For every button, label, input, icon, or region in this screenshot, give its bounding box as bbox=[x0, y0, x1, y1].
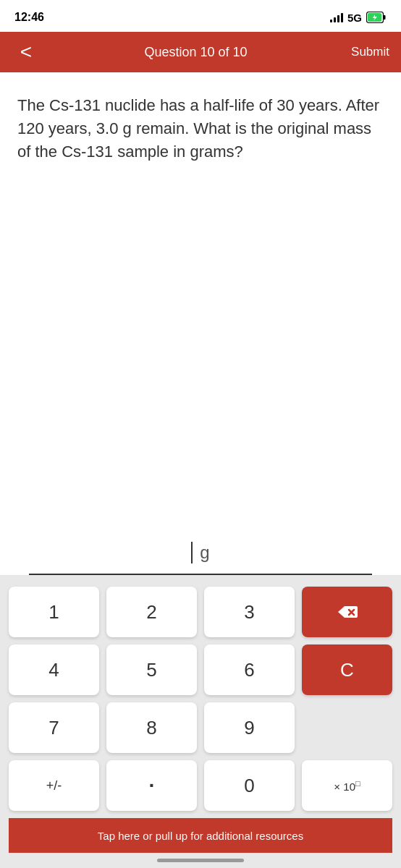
key-0[interactable]: 0 bbox=[204, 760, 295, 811]
key-clear[interactable]: C bbox=[302, 644, 392, 695]
question-text: The Cs-131 nuclide has a half-life of 30… bbox=[17, 94, 384, 163]
key-sign[interactable]: +/- bbox=[9, 760, 99, 811]
keypad: 1 2 3 4 5 6 C 7 8 9 bbox=[0, 575, 401, 868]
back-button[interactable]: < bbox=[12, 41, 41, 64]
key-exponent[interactable]: × 10□ bbox=[302, 760, 392, 811]
home-pill bbox=[157, 859, 244, 862]
submit-button[interactable]: Submit bbox=[351, 45, 389, 59]
answer-section: g 1 2 3 4 5 6 C 7 bbox=[0, 488, 401, 868]
key-3[interactable]: 3 bbox=[204, 587, 295, 637]
content-area: The Cs-131 nuclide has a half-life of 30… bbox=[0, 72, 401, 488]
cursor bbox=[191, 542, 193, 563]
bottom-banner-text: Tap here or pull up for additional resou… bbox=[98, 830, 303, 842]
input-display[interactable]: g bbox=[29, 532, 372, 575]
key-1[interactable]: 1 bbox=[9, 587, 99, 637]
signal-icon bbox=[330, 12, 343, 22]
nav-bar: < Question 10 of 10 Submit bbox=[0, 32, 401, 72]
keypad-grid: 1 2 3 4 5 6 C 7 8 9 bbox=[9, 587, 392, 811]
status-time: 12:46 bbox=[14, 11, 44, 24]
exponent-superscript: □ bbox=[355, 779, 360, 788]
key-8[interactable]: 8 bbox=[106, 702, 197, 753]
battery-icon bbox=[366, 12, 387, 23]
bottom-banner[interactable]: Tap here or pull up for additional resou… bbox=[9, 818, 392, 853]
status-bar: 12:46 5G bbox=[0, 0, 401, 32]
exponent-label: × 10□ bbox=[334, 779, 360, 793]
key-7[interactable]: 7 bbox=[9, 702, 99, 753]
key-4[interactable]: 4 bbox=[9, 644, 99, 695]
key-6[interactable]: 6 bbox=[204, 644, 295, 695]
home-indicator bbox=[9, 853, 392, 868]
unit-label: g bbox=[200, 542, 209, 563]
key-5[interactable]: 5 bbox=[106, 644, 197, 695]
key-9[interactable]: 9 bbox=[204, 702, 295, 753]
question-progress: Question 10 of 10 bbox=[144, 45, 247, 60]
svg-rect-1 bbox=[384, 15, 386, 20]
backspace-icon bbox=[336, 603, 359, 621]
key-2[interactable]: 2 bbox=[106, 587, 197, 637]
key-delete[interactable] bbox=[302, 587, 392, 637]
network-label: 5G bbox=[347, 12, 362, 24]
key-decimal[interactable]: · bbox=[106, 760, 197, 811]
status-icons: 5G bbox=[330, 12, 387, 24]
key-empty bbox=[302, 702, 392, 753]
main-area: The Cs-131 nuclide has a half-life of 30… bbox=[0, 72, 401, 868]
